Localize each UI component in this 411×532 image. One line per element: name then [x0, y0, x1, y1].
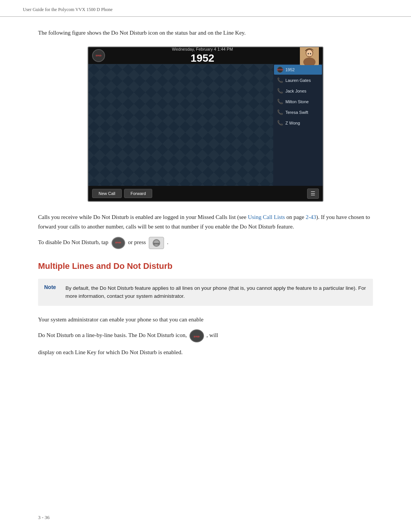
- phone-date: Wednesday, February 4 1:44 PM: [105, 47, 300, 51]
- line-key-zwong-label: Z Wong: [285, 121, 300, 125]
- phone-topbar: DND Wednesday, February 4 1:44 PM 1952: [88, 47, 323, 64]
- phone-number: 1952: [105, 52, 300, 64]
- phone-datetime-block: Wednesday, February 4 1:44 PM 1952: [105, 47, 300, 64]
- disable-dnd-paragraph: To disable Do Not Disturb, tap DND or pr…: [38, 237, 373, 249]
- dnd-inline-icon: DND: [190, 329, 204, 342]
- svg-point-5: [310, 53, 311, 54]
- phone-icon-key4: 📞: [276, 98, 284, 105]
- line-key-teresa-swift[interactable]: 📞 Teresa Swift: [274, 107, 322, 117]
- page-header: User Guide for the Polycom VVX 1500 D Ph…: [0, 0, 411, 17]
- note-box: Note By default, the Do Not Disturb feat…: [38, 279, 373, 306]
- dnd-status-icon: DND: [92, 49, 105, 62]
- svg-point-3: [306, 50, 312, 57]
- phone-line-keys: DND 1952 📞 Lauren Gates 📞 Jack Jo: [273, 64, 323, 186]
- page-footer: 3 - 36: [38, 514, 49, 521]
- forward-button[interactable]: Forward: [124, 189, 152, 198]
- body-paragraph-1: Calls you receive while Do Not Disturb i…: [38, 212, 373, 232]
- line-key-jack-label: Jack Jones: [285, 89, 306, 93]
- dnd-icon-key1: DND: [276, 66, 284, 73]
- menu-icon-button[interactable]: ☰: [307, 189, 319, 199]
- phone-screenshot: DND Wednesday, February 4 1:44 PM 1952: [88, 46, 323, 202]
- body-paragraph-2c: display on each Line Key for which Do No…: [38, 348, 373, 357]
- line-key-teresa-label: Teresa Swift: [285, 110, 308, 115]
- phone-icon-key3: 📞: [276, 88, 284, 94]
- main-content: The following figure shows the Do Not Di…: [0, 17, 411, 378]
- intro-paragraph: The following figure shows the Do Not Di…: [38, 28, 373, 37]
- page-reference: 2-43: [306, 214, 316, 220]
- new-call-button[interactable]: New Call: [92, 189, 122, 198]
- phone-main-area: [88, 64, 273, 186]
- dnd-press-button-icon: DND: [149, 237, 164, 249]
- line-key-lauren-gates[interactable]: 📞 Lauren Gates: [274, 75, 322, 85]
- phone-icon-key5: 📞: [276, 109, 284, 116]
- body-paragraph-2a: Your system administrator can enable you…: [38, 315, 373, 324]
- section-heading-multiple-lines: Multiple Lines and Do Not Disturb: [38, 261, 373, 271]
- line-key-1952-label: 1952: [285, 67, 295, 72]
- note-content: By default, the Do Not Disturb feature a…: [65, 284, 367, 300]
- svg-text:DND: DND: [154, 242, 159, 245]
- phone-body: DND 1952 📞 Lauren Gates 📞 Jack Jo: [88, 64, 323, 186]
- line-key-z-wong[interactable]: 📞 Z Wong: [274, 118, 322, 128]
- using-call-lists-link[interactable]: Using Call Lists: [248, 214, 285, 220]
- line-key-jack-jones[interactable]: 📞 Jack Jones: [274, 86, 322, 96]
- note-label: Note: [44, 284, 59, 300]
- svg-point-4: [308, 53, 309, 54]
- line-key-lauren-label: Lauren Gates: [285, 78, 311, 83]
- line-key-1952[interactable]: DND 1952: [274, 65, 322, 75]
- line-key-milton-label: Milton Stone: [285, 99, 309, 104]
- phone-icon-key6: 📞: [276, 120, 284, 126]
- body-paragraph-2b: Do Not Disturb on a line-by-line basis. …: [38, 329, 373, 342]
- header-text: User Guide for the Polycom VVX 1500 D Ph…: [23, 7, 113, 12]
- avatar: [300, 46, 319, 65]
- phone-bottombar: New Call Forward ☰: [88, 186, 323, 201]
- line-key-milton-stone[interactable]: 📞 Milton Stone: [274, 97, 322, 107]
- dnd-tap-icon: DND: [112, 237, 125, 249]
- phone-icon-key2: 📞: [276, 77, 284, 84]
